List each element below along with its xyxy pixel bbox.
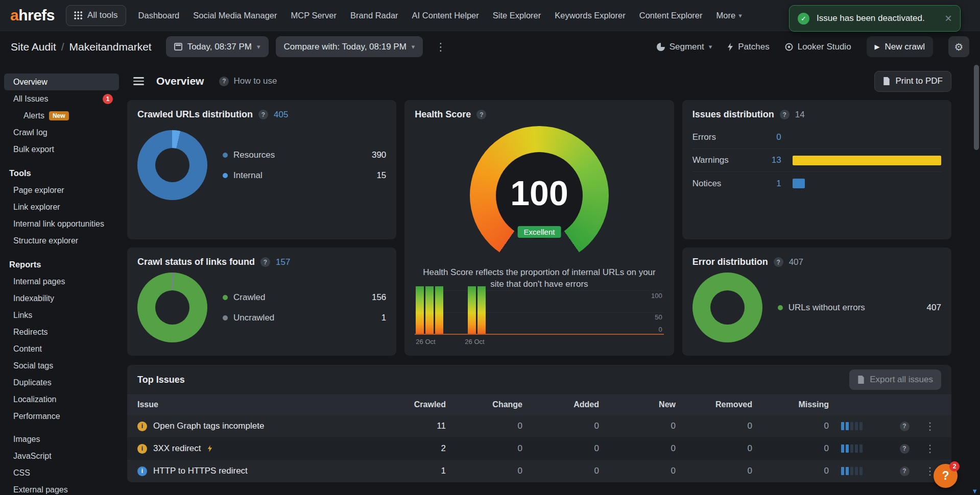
links-found-total-link[interactable]: 157 — [276, 257, 290, 267]
legend-row-resources[interactable]: Resources 390 — [223, 145, 386, 165]
settings-gear-icon[interactable] — [948, 36, 969, 57]
sidebar-item-content[interactable]: Content — [4, 340, 119, 357]
sidebar-item-all-issues[interactable]: All Issues 1 — [4, 90, 119, 107]
sidebar-item-redirects[interactable]: Redirects — [4, 324, 119, 340]
card-title: Crawl status of links found — [137, 257, 255, 267]
nav-item-content-explorer[interactable]: Content Explorer — [639, 11, 703, 20]
help-icon[interactable] — [900, 422, 910, 431]
breadcrumb-site-audit[interactable]: Site Audit — [11, 41, 56, 53]
nav-item-keywords-explorer[interactable]: Keywords Explorer — [555, 11, 625, 20]
crawled-urls-total-link[interactable]: 405 — [274, 110, 288, 120]
breadcrumb-project[interactable]: Makeitandmarket — [69, 41, 152, 53]
issue-link[interactable]: HTTP to HTTPS redirect — [153, 466, 248, 476]
row-menu-icon[interactable] — [919, 420, 941, 432]
column-issue: Issue — [137, 400, 369, 409]
sidebar-item-javascript[interactable]: JavaScript — [4, 448, 119, 464]
warnings-count-link[interactable]: 13 — [758, 155, 781, 165]
nav-item-ai-content-helper[interactable]: AI Content Helper — [412, 11, 479, 20]
vertical-scrollbar[interactable] — [973, 62, 979, 495]
sidebar-item-performance[interactable]: Performance — [4, 408, 119, 425]
date-picker-button[interactable]: Today, 08:37 PM — [166, 36, 269, 57]
patches-label: Patches — [738, 42, 769, 52]
health-score-gauge: 100 Excellent — [470, 126, 609, 265]
new-crawl-button[interactable]: New crawl — [867, 36, 933, 57]
legend-row-urls-without-errors[interactable]: URLs without errors 407 — [778, 298, 941, 318]
sidebar-item-css[interactable]: CSS — [4, 464, 119, 481]
issue-link[interactable]: Open Graph tags incomplete — [153, 421, 264, 431]
header-more-options-icon[interactable] — [431, 39, 450, 55]
looker-studio-button[interactable]: Looker Studio — [785, 42, 851, 52]
history-bar — [416, 286, 424, 335]
sidebar-item-external-pages[interactable]: External pages — [4, 481, 119, 495]
sidebar-item-internal-pages[interactable]: Internal pages — [4, 273, 119, 290]
issue-history-sparkline — [829, 422, 890, 430]
sidebar-item-label: Structure explorer — [13, 236, 78, 245]
nav-item-dashboard[interactable]: Dashboard — [138, 11, 180, 20]
errors-count-link[interactable]: 0 — [758, 132, 781, 142]
sidebar-section-reports: Reports — [0, 256, 123, 273]
sidebar-item-indexability[interactable]: Indexability — [4, 290, 119, 307]
success-check-icon — [798, 13, 809, 24]
nav-item-social-media-manager[interactable]: Social Media Manager — [193, 11, 277, 20]
scrollbar-thumb[interactable] — [974, 65, 979, 150]
sidebar-item-localization[interactable]: Localization — [4, 391, 119, 408]
removed-value: 0 — [676, 466, 752, 476]
help-icon[interactable] — [900, 466, 910, 476]
sidebar-item-overview[interactable]: Overview — [4, 73, 119, 90]
export-all-issues-label: Export all issues — [870, 375, 933, 385]
sidebar-item-internal-link-opportunities[interactable]: Internal link opportunities — [4, 215, 119, 232]
hamburger-menu-icon[interactable] — [133, 77, 144, 85]
legend-row-crawled[interactable]: Crawled 156 — [223, 287, 386, 308]
help-icon[interactable] — [774, 257, 783, 267]
table-row-http-to-https-redirect[interactable]: HTTP to HTTPS redirect 1 0 0 0 0 0 — [127, 460, 951, 482]
help-icon[interactable] — [260, 257, 270, 267]
help-icon[interactable] — [900, 444, 910, 454]
breadcrumb-separator: / — [61, 41, 64, 53]
help-icon[interactable] — [258, 110, 268, 119]
notification-count-badge: 2 — [949, 461, 960, 472]
sidebar-item-duplicates[interactable]: Duplicates — [4, 374, 119, 391]
patches-button[interactable]: Patches — [727, 42, 769, 52]
nav-item-mcp-server[interactable]: MCP Server — [291, 11, 337, 20]
nav-item-more[interactable]: More — [716, 11, 742, 20]
legend-row-uncrawled[interactable]: Uncrawled 1 — [223, 308, 386, 328]
row-menu-icon[interactable] — [919, 442, 941, 455]
sidebar-item-social-tags[interactable]: Social tags — [4, 357, 119, 374]
sidebar-item-crawl-log[interactable]: Crawl log — [4, 124, 119, 141]
help-icon[interactable] — [476, 110, 486, 119]
toast-close-icon[interactable] — [945, 12, 952, 24]
chevron-down-icon — [709, 43, 712, 51]
help-icon[interactable] — [780, 110, 790, 119]
how-to-use-label: How to use — [233, 76, 277, 86]
sidebar-item-label: Crawl log — [13, 128, 47, 137]
sidebar-item-bulk-export[interactable]: Bulk export — [4, 141, 119, 158]
sidebar-item-links[interactable]: Links — [4, 307, 119, 324]
table-row-open-graph-tags-incomplete[interactable]: Open Graph tags incomplete 11 0 0 0 0 0 — [127, 415, 951, 437]
all-tools-button[interactable]: All tools — [66, 5, 126, 26]
table-row-3xx-redirect[interactable]: 3XX redirect 2 0 0 0 0 0 — [127, 437, 951, 460]
missing-value: 0 — [752, 466, 829, 476]
sidebar-item-structure-explorer[interactable]: Structure explorer — [4, 232, 119, 249]
nav-item-brand-radar[interactable]: Brand Radar — [350, 11, 398, 20]
nav-item-site-explorer[interactable]: Site Explorer — [493, 11, 541, 20]
legend-label: Crawled — [233, 292, 265, 303]
export-all-issues-button[interactable]: Export all issues — [849, 369, 941, 390]
row-label: Notices — [692, 179, 758, 189]
segment-button[interactable]: Segment — [657, 42, 712, 52]
sidebar-item-link-explorer[interactable]: Link explorer — [4, 199, 119, 215]
help-fab-button[interactable]: 2 — [934, 464, 958, 488]
sidebar-item-page-explorer[interactable]: Page explorer — [4, 182, 119, 199]
notices-count-link[interactable]: 1 — [758, 179, 781, 189]
history-bar — [435, 286, 443, 335]
print-to-pdf-button[interactable]: Print to PDF — [874, 71, 951, 92]
chevron-down-icon — [257, 43, 260, 51]
compare-with-button[interactable]: Compare with: Today, 08:19 PM — [276, 36, 423, 57]
sidebar-item-images[interactable]: Images — [4, 431, 119, 448]
sidebar-item-label: Link explorer — [13, 203, 60, 212]
looker-studio-label: Looker Studio — [798, 42, 851, 52]
sidebar-item-alerts[interactable]: Alerts New — [4, 107, 119, 124]
how-to-use-link[interactable]: How to use — [219, 76, 277, 86]
ahrefs-logo[interactable]: ahrefs — [10, 7, 55, 24]
legend-row-internal[interactable]: Internal 15 — [223, 165, 386, 186]
issue-link[interactable]: 3XX redirect — [153, 443, 201, 454]
